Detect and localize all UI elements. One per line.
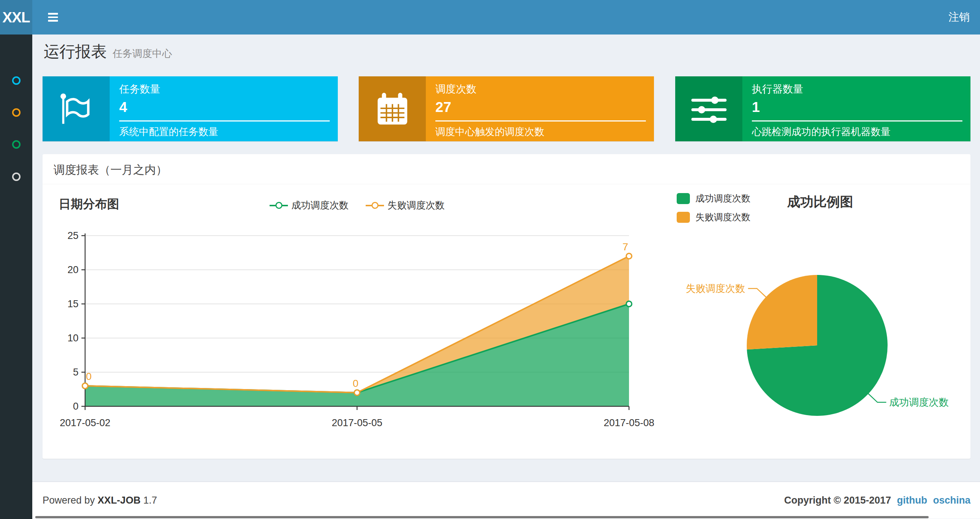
info-box-executor-count: 执行器数量 1 心跳检测成功的执行器机器数量 [675,76,970,141]
panel-header [43,154,970,184]
oschina-link[interactable]: oschina [933,495,970,506]
info-box-job-count: 任务数量 4 系统中配置的任务数量 [43,76,338,141]
divider [119,120,330,121]
svg-text:0: 0 [353,378,359,389]
legend-line-marker-icon [270,201,288,210]
svg-text:20: 20 [67,264,78,275]
brand-name: XXL-JOB [97,495,140,506]
sidebar-toggle-button[interactable] [41,0,65,35]
footer-powered-by: Powered by XXL-JOB 1.7 [43,495,157,506]
divider [752,120,963,121]
flag-icon [43,76,110,141]
svg-text:2017-05-02: 2017-05-02 [60,417,110,428]
sidebar-item-dashboard[interactable] [0,65,32,97]
date-distribution-chart: 05101520252017-05-022017-05-052017-05-08… [48,228,668,444]
sidebar-item-log[interactable] [0,128,32,160]
divider [435,120,646,121]
github-link[interactable]: github [897,495,927,506]
hamburger-icon [48,13,58,15]
svg-text:15: 15 [67,299,78,310]
svg-text:成功调度次数: 成功调度次数 [889,397,948,408]
circle-icon [12,108,21,117]
horizontal-scrollbar[interactable] [35,516,929,518]
sidebar-item-jobs[interactable] [0,97,32,128]
info-box-value: 27 [435,99,649,115]
sidebar [0,35,32,519]
info-box-description: 系统中配置的任务数量 [119,125,332,138]
legend-label: 失败调度次数 [388,199,445,212]
circle-icon [12,140,21,149]
info-box-label: 任务数量 [119,82,332,96]
pie-chart-legend: 成功调度次数失败调度次数 [677,192,750,230]
svg-text:7: 7 [622,241,628,252]
info-box-trigger-count: 调度次数 27 调度中心触发的调度次数 [359,76,654,141]
legend-swatch-icon [677,212,690,223]
info-box-value: 4 [119,99,332,115]
sidebar-item-help[interactable] [0,161,32,193]
svg-text:10: 10 [67,332,78,343]
info-box-description: 心跳检测成功的执行器机器数量 [752,125,965,138]
legend-label: 失败调度次数 [695,211,750,223]
page-title: 运行报表 [44,41,107,62]
legend-item[interactable]: 成功调度次数 [270,199,349,212]
page-header: 运行报表 任务调度中心 [44,41,172,62]
line-chart-legend: 成功调度次数失败调度次数 [85,199,629,212]
legend-item[interactable]: 成功调度次数 [677,192,750,204]
svg-text:5: 5 [73,367,78,378]
svg-text:2017-05-08: 2017-05-08 [604,417,654,428]
svg-text:失败调度次数: 失败调度次数 [686,283,745,294]
copyright-text: Copyright © 2015-2017 [784,495,891,506]
legend-label: 成功调度次数 [695,192,750,204]
logout-link[interactable]: 注销 [938,0,980,35]
circle-icon [12,172,21,181]
info-box-description: 调度中心触发的调度次数 [435,125,649,138]
top-navbar: XXL 注销 [0,0,980,35]
sliders-icon [675,76,742,141]
svg-text:2017-05-05: 2017-05-05 [332,417,382,428]
legend-label: 成功调度次数 [291,199,349,212]
info-box-label: 执行器数量 [752,82,965,96]
svg-text:0: 0 [86,371,92,382]
app-logo-text: XXL [3,9,30,26]
footer: Powered by XXL-JOB 1.7 Copyright © 2015-… [32,482,980,519]
circle-icon [12,76,21,85]
legend-swatch-icon [677,193,690,204]
page-subtitle: 任务调度中心 [113,47,172,60]
svg-text:0: 0 [73,401,78,412]
success-ratio-pie-chart: 成功调度次数失败调度次数 [671,257,979,448]
svg-text:25: 25 [67,230,78,241]
info-box-label: 调度次数 [435,82,649,96]
calendar-icon [359,76,426,141]
pie-chart-title: 成功比例图 [787,193,853,211]
panel-title: 调度报表（一月之内） [54,162,167,178]
legend-item[interactable]: 失败调度次数 [366,199,445,212]
app-logo[interactable]: XXL [0,0,32,35]
info-box-value: 1 [752,99,965,115]
legend-item[interactable]: 失败调度次数 [677,211,750,223]
legend-line-marker-icon [366,201,384,210]
